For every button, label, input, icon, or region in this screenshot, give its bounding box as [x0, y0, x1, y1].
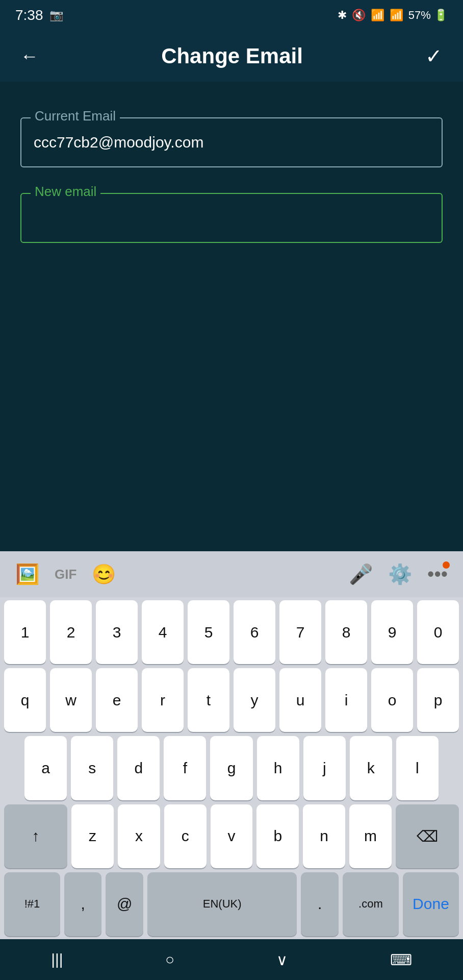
mute-icon: 🔇: [352, 9, 366, 22]
key-1[interactable]: 1: [4, 600, 46, 664]
status-bar-right: ✱ 🔇 📶 📶 57% 🔋: [338, 9, 448, 22]
main-content: Current Email New email: [0, 82, 463, 551]
page-title: Change Email: [161, 44, 303, 68]
status-bar-left: 7:38 📷: [15, 7, 63, 23]
app-header: ← Change Email ✓: [0, 31, 463, 82]
current-email-field: Current Email: [20, 117, 443, 167]
symbols-key[interactable]: !#1: [4, 872, 60, 936]
key-6[interactable]: 6: [234, 600, 275, 664]
key-y[interactable]: y: [234, 668, 275, 732]
period-key[interactable]: .: [301, 872, 338, 936]
at-key[interactable]: @: [106, 872, 143, 936]
microphone-icon[interactable]: 🎤: [349, 563, 373, 585]
key-h[interactable]: h: [257, 736, 299, 800]
key-9[interactable]: 9: [371, 600, 413, 664]
keyboard-toolbar: 🖼️ GIF 😊 🎤 ⚙️ •••: [0, 551, 463, 597]
wifi-icon: 📶: [371, 9, 384, 22]
confirm-button[interactable]: ✓: [425, 44, 443, 68]
signal-icon: 📶: [390, 9, 403, 22]
key-i[interactable]: i: [325, 668, 367, 732]
key-4[interactable]: 4: [142, 600, 184, 664]
nav-recents-icon[interactable]: ∨: [276, 951, 288, 969]
dotcom-key[interactable]: .com: [343, 872, 399, 936]
key-m[interactable]: m: [349, 804, 392, 868]
key-u[interactable]: u: [279, 668, 321, 732]
more-options-icon[interactable]: •••: [427, 564, 448, 585]
key-o[interactable]: o: [371, 668, 413, 732]
notification-dot: [443, 561, 450, 569]
key-z[interactable]: z: [71, 804, 114, 868]
key-l[interactable]: l: [396, 736, 439, 800]
new-email-input[interactable]: [20, 193, 443, 243]
gif-icon[interactable]: GIF: [55, 567, 76, 582]
key-t[interactable]: t: [188, 668, 229, 732]
key-g[interactable]: g: [210, 736, 252, 800]
key-k[interactable]: k: [350, 736, 392, 800]
qwerty-row: q w e r t y u i o p: [4, 668, 459, 732]
battery-indicator: 57% 🔋: [408, 9, 448, 22]
key-s[interactable]: s: [71, 736, 113, 800]
language-key[interactable]: EN(UK): [147, 872, 297, 936]
key-3[interactable]: 3: [96, 600, 138, 664]
bluetooth-icon: ✱: [338, 9, 347, 22]
nav-home-icon[interactable]: ○: [165, 951, 174, 968]
back-button[interactable]: ←: [20, 45, 39, 67]
key-e[interactable]: e: [96, 668, 138, 732]
emoji-icon[interactable]: 😊: [92, 563, 116, 585]
key-a[interactable]: a: [24, 736, 67, 800]
key-d[interactable]: d: [117, 736, 160, 800]
key-8[interactable]: 8: [325, 600, 367, 664]
number-row: 1 2 3 4 5 6 7 8 9 0: [4, 600, 459, 664]
zxcv-row: ↑ z x c v b n m ⌫: [4, 804, 459, 868]
new-email-label: New email: [31, 184, 100, 200]
key-p[interactable]: p: [417, 668, 459, 732]
key-x[interactable]: x: [118, 804, 160, 868]
key-q[interactable]: q: [4, 668, 46, 732]
keyboard-rows: 1 2 3 4 5 6 7 8 9 0 q w e r t y u i o p …: [0, 597, 463, 939]
key-2[interactable]: 2: [50, 600, 92, 664]
bottom-row: !#1 , @ EN(UK) . .com Done: [4, 872, 459, 936]
nav-back-icon[interactable]: |||: [51, 951, 63, 968]
key-w[interactable]: w: [50, 668, 92, 732]
settings-icon[interactable]: ⚙️: [388, 563, 412, 585]
bottom-nav-bar: ||| ○ ∨ ⌨: [0, 939, 463, 980]
key-j[interactable]: j: [303, 736, 346, 800]
key-v[interactable]: v: [211, 804, 253, 868]
key-7[interactable]: 7: [279, 600, 321, 664]
keyboard: 🖼️ GIF 😊 🎤 ⚙️ ••• 1 2 3 4 5 6 7 8 9 0 q …: [0, 551, 463, 939]
key-f[interactable]: f: [164, 736, 206, 800]
key-0[interactable]: 0: [417, 600, 459, 664]
key-b[interactable]: b: [256, 804, 299, 868]
video-icon: 📷: [49, 9, 63, 22]
key-c[interactable]: c: [164, 804, 207, 868]
current-email-label: Current Email: [31, 108, 120, 124]
comma-key[interactable]: ,: [64, 872, 101, 936]
new-email-field: New email: [20, 193, 443, 243]
asdf-row: a s d f g h j k l: [4, 736, 459, 800]
key-5[interactable]: 5: [188, 600, 229, 664]
status-bar: 7:38 📷 ✱ 🔇 📶 📶 57% 🔋: [0, 0, 463, 31]
done-key[interactable]: Done: [403, 872, 459, 936]
nav-keyboard-icon[interactable]: ⌨: [390, 951, 412, 969]
key-r[interactable]: r: [142, 668, 184, 732]
shift-key[interactable]: ↑: [4, 804, 67, 868]
sticker-icon[interactable]: 🖼️: [15, 563, 39, 585]
current-email-input[interactable]: [20, 117, 443, 167]
status-time: 7:38: [15, 7, 43, 23]
backspace-key[interactable]: ⌫: [396, 804, 459, 868]
key-n[interactable]: n: [303, 804, 345, 868]
